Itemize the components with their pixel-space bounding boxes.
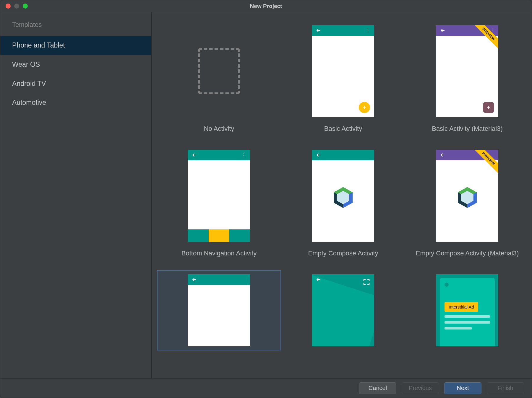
finish-button[interactable]: Finish (487, 382, 524, 394)
thumbnail: ⋮ (188, 150, 250, 242)
back-arrow-icon (440, 27, 446, 33)
template-empty-compose-activity[interactable]: Empty Compose Activity (281, 146, 405, 261)
camera-dot-icon (445, 283, 449, 287)
sidebar-item-automotive[interactable]: Automotive (0, 93, 151, 112)
bottom-nav (188, 229, 250, 242)
window-minimize-button[interactable] (14, 4, 19, 9)
template-label: Empty Compose Activity (308, 249, 378, 257)
next-button[interactable]: Next (444, 382, 481, 394)
appbar (188, 274, 250, 285)
window-maximize-button[interactable] (23, 4, 28, 9)
thumbnail: Interstitial Ad (436, 274, 498, 346)
fab-icon: + (483, 102, 494, 113)
template-google-admob-ads-activity[interactable]: Interstitial Ad (405, 270, 529, 350)
appbar: ⋮ (188, 150, 250, 160)
back-arrow-icon (440, 152, 446, 158)
back-arrow-icon (316, 152, 322, 158)
thumbnail (312, 274, 374, 346)
cancel-button[interactable]: Cancel (359, 382, 396, 394)
thumbnail: ⋮+ (312, 25, 374, 117)
template-gallery[interactable]: No Activity⋮+Basic Activity⋮+PREVIEWBasi… (152, 12, 532, 378)
template-basic-activity[interactable]: ⋮+Basic Activity (281, 21, 405, 137)
template-label: Basic Activity (Material3) (432, 125, 503, 133)
previous-button[interactable]: Previous (402, 382, 439, 394)
more-icon: ⋮ (365, 28, 371, 33)
titlebar: New Project (0, 0, 532, 12)
traffic-lights (0, 4, 28, 9)
dashed-placeholder-icon (198, 48, 240, 94)
window-title: New Project (0, 3, 532, 9)
appbar: ⋮ (312, 25, 374, 36)
template-bottom-navigation-activity[interactable]: ⋮Bottom Navigation Activity (157, 146, 281, 261)
thumbnail: ⋮+PREVIEW (436, 25, 498, 117)
template-fullscreen-activity[interactable] (281, 270, 405, 350)
thumbnail: PREVIEW (436, 150, 498, 242)
back-arrow-icon (192, 152, 197, 158)
template-label: Bottom Navigation Activity (181, 249, 257, 257)
sidebar: Templates Phone and TabletWear OSAndroid… (0, 12, 152, 378)
sidebar-item-android-tv[interactable]: Android TV (0, 74, 151, 93)
template-no-activity[interactable]: No Activity (157, 21, 281, 137)
template-empty-compose-activity-material3-[interactable]: PREVIEWEmpty Compose Activity (Material3… (405, 146, 529, 261)
ad-chip: Interstitial Ad (445, 302, 478, 312)
new-project-window: New Project Templates Phone and TabletWe… (0, 0, 532, 398)
template-empty-activity[interactable] (157, 270, 281, 350)
template-label: No Activity (204, 125, 234, 133)
back-arrow-icon (316, 277, 322, 283)
back-arrow-icon (192, 277, 197, 283)
compose-logo-icon (455, 186, 479, 209)
compose-logo-icon (331, 186, 355, 209)
appbar (312, 274, 374, 285)
template-label: Empty Compose Activity (Material3) (416, 249, 519, 257)
window-close-button[interactable] (6, 4, 11, 9)
appbar (312, 150, 374, 160)
fab-icon: + (359, 102, 370, 113)
sidebar-item-phone-and-tablet[interactable]: Phone and Tablet (0, 36, 151, 55)
sidebar-item-wear-os[interactable]: Wear OS (0, 55, 151, 74)
thumbnail (188, 274, 250, 346)
template-basic-activity-material3-[interactable]: ⋮+PREVIEWBasic Activity (Material3) (405, 21, 529, 137)
template-label: Basic Activity (324, 125, 362, 133)
sidebar-header: Templates (0, 16, 151, 36)
thumbnail (312, 150, 374, 242)
thumbnail (188, 25, 250, 117)
footer: Cancel Previous Next Finish (0, 378, 532, 398)
more-icon: ⋮ (241, 152, 246, 158)
back-arrow-icon (316, 27, 322, 33)
